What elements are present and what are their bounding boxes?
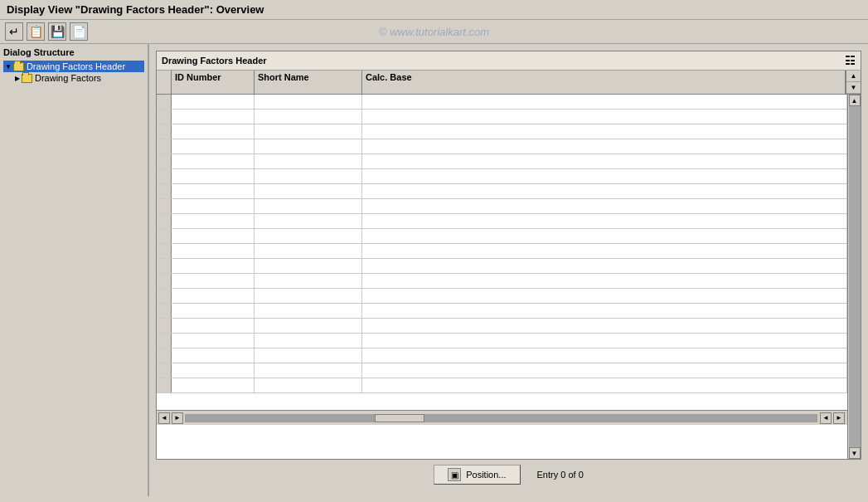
cell-id-3 <box>172 124 255 139</box>
cell-calc-19 <box>362 363 847 378</box>
row-sel-4 <box>157 139 172 154</box>
table-row[interactable] <box>157 259 847 274</box>
cell-calc-3 <box>362 124 847 139</box>
cell-short-19 <box>255 363 362 378</box>
table-row[interactable] <box>157 184 847 199</box>
cell-short-14 <box>255 289 362 303</box>
column-settings-icon[interactable]: ☷ <box>845 54 856 67</box>
table-rows <box>157 95 847 410</box>
table-row[interactable] <box>157 274 847 289</box>
cell-calc-18 <box>362 348 847 363</box>
cell-id-11 <box>172 244 255 258</box>
v-scroll-track[interactable] <box>849 106 861 447</box>
position-button[interactable]: ▣ Position... <box>434 465 520 485</box>
cell-id-19 <box>172 363 255 378</box>
table-row[interactable] <box>157 334 847 348</box>
cell-id-10 <box>172 229 255 243</box>
cell-calc-16 <box>362 319 847 333</box>
table-row[interactable] <box>157 124 847 139</box>
tree-item-drawing-factors[interactable]: ▶ Drawing Factors <box>3 72 144 84</box>
row-sel-13 <box>157 274 172 288</box>
main-area: Dialog Structure ▼ Drawing Factors Heade… <box>0 44 868 496</box>
save-button[interactable]: 💾 <box>48 22 66 41</box>
cell-id-20 <box>172 378 255 392</box>
cell-short-3 <box>255 124 362 139</box>
cell-short-10 <box>255 229 362 243</box>
v-scroll-up-button[interactable]: ▲ <box>849 95 861 106</box>
clipboard-button[interactable]: 📋 <box>27 22 45 41</box>
row-sel-17 <box>157 334 172 348</box>
table-body-area: ◄ ► ◄ ► ▲ ▼ <box>157 95 861 459</box>
table-row[interactable] <box>157 289 847 304</box>
table-row[interactable] <box>157 244 847 259</box>
row-sel-11 <box>157 244 172 258</box>
scroll-up-button[interactable]: ▲ <box>846 71 861 82</box>
table-row[interactable] <box>157 319 847 334</box>
h-scroll-far-right-button[interactable]: ► <box>833 412 845 424</box>
cell-id-7 <box>172 184 255 198</box>
table-row[interactable] <box>157 229 847 244</box>
col-header-short-name: Short Name <box>255 71 362 94</box>
entry-count: Entry 0 of 0 <box>537 470 584 480</box>
bottom-bar: ▣ Position... Entry 0 of 0 <box>156 460 861 490</box>
print-button[interactable]: 📄 <box>70 22 88 41</box>
v-scroll-header: ▲ ▼ <box>846 71 861 94</box>
row-sel-15 <box>157 304 172 318</box>
cell-short-8 <box>255 199 362 213</box>
table-header-row: ID Number Short Name Calc. Base ▲ ▼ <box>157 71 861 95</box>
cell-calc-12 <box>362 259 847 273</box>
table-row[interactable] <box>157 95 847 110</box>
cell-calc-7 <box>362 184 847 198</box>
right-panel: Drawing Factors Header ☷ ID Number Short… <box>149 44 868 496</box>
back-button[interactable]: ↵ <box>5 22 23 41</box>
row-sel-16 <box>157 319 172 333</box>
h-scroll-track[interactable] <box>185 414 817 422</box>
cell-calc-5 <box>362 154 847 168</box>
cell-calc-14 <box>362 289 847 303</box>
cell-calc-17 <box>362 334 847 348</box>
cell-calc-10 <box>362 229 847 243</box>
table-row[interactable] <box>157 304 847 319</box>
position-button-label: Position... <box>466 470 506 480</box>
table-row[interactable] <box>157 169 847 184</box>
cell-id-15 <box>172 304 255 318</box>
table-row[interactable] <box>157 378 847 393</box>
row-sel-5 <box>157 154 172 168</box>
row-sel-9 <box>157 214 172 228</box>
cell-id-16 <box>172 319 255 333</box>
horizontal-scrollbar: ◄ ► ◄ ► <box>157 410 847 425</box>
expand-arrow-icon: ▶ <box>15 75 20 82</box>
table-row[interactable] <box>157 110 847 124</box>
cell-short-16 <box>255 319 362 333</box>
cell-id-4 <box>172 139 255 154</box>
cell-calc-6 <box>362 169 847 183</box>
title-bar: Display View "Drawing Factors Header": O… <box>0 0 868 20</box>
v-scroll-down-button[interactable]: ▼ <box>849 447 861 459</box>
tree-item-child-label: Drawing Factors <box>35 73 101 83</box>
h-scroll-thumb[interactable] <box>375 414 424 422</box>
cell-calc-20 <box>362 378 847 392</box>
col-header-id-number: ID Number <box>172 71 255 94</box>
cell-calc-11 <box>362 244 847 258</box>
table-row[interactable] <box>157 214 847 229</box>
table-row[interactable] <box>157 348 847 363</box>
col-header-calc-base: Calc. Base <box>362 71 846 94</box>
position-icon: ▣ <box>448 468 461 481</box>
scroll-down-button[interactable]: ▼ <box>846 82 861 94</box>
cell-calc-13 <box>362 274 847 288</box>
tree-item-drawing-factors-header[interactable]: ▼ Drawing Factors Header <box>3 61 144 72</box>
h-scroll-far-left-button[interactable]: ◄ <box>820 412 832 424</box>
table-row[interactable] <box>157 139 847 154</box>
h-scroll-right-button[interactable]: ► <box>172 412 183 424</box>
table-title: Drawing Factors Header <box>162 56 267 66</box>
table-row[interactable] <box>157 199 847 214</box>
row-sel-1 <box>157 95 172 109</box>
h-scroll-left-button[interactable]: ◄ <box>158 412 170 424</box>
table-row[interactable] <box>157 363 847 378</box>
table-row[interactable] <box>157 154 847 169</box>
cell-calc-2 <box>362 110 847 124</box>
left-panel: Dialog Structure ▼ Drawing Factors Heade… <box>0 44 149 496</box>
cell-id-8 <box>172 199 255 213</box>
page-title: Display View "Drawing Factors Header": O… <box>7 3 264 16</box>
cell-short-4 <box>255 139 362 154</box>
